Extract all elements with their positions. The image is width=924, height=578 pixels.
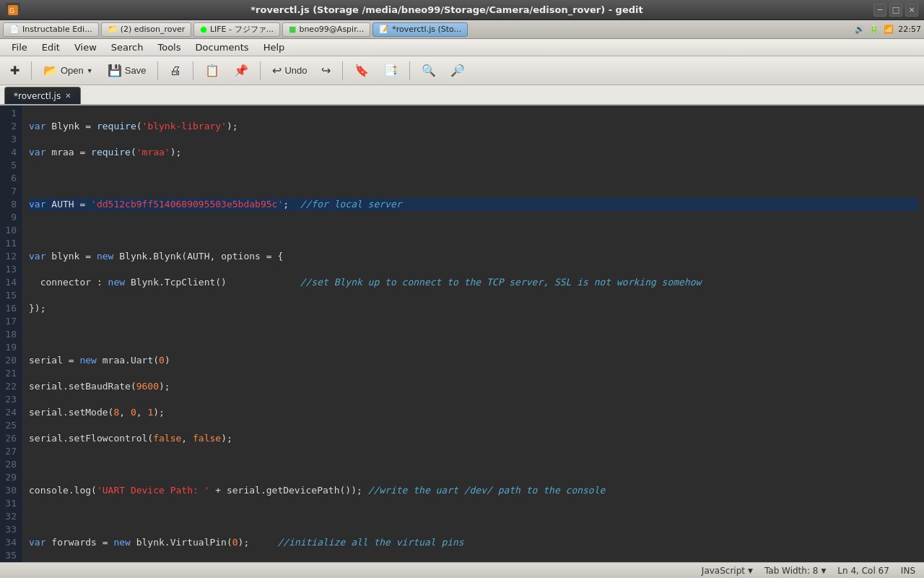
line-10: serial = new mraa.Uart(0) [29, 354, 918, 367]
bookmark2-button[interactable]: 📑 [378, 61, 404, 80]
menu-edit[interactable]: Edit [35, 40, 67, 54]
task-favicon-4: 📝 [379, 25, 389, 34]
position-label: Ln 4, Col 67 [837, 566, 889, 576]
bookmark2-icon: 📑 [383, 64, 398, 77]
tab-width-label: Tab Width: 8 [764, 566, 818, 576]
ins-mode-label: INS [901, 566, 915, 576]
taskbar-item-2[interactable]: ● LIFE - フジファ... [193, 22, 280, 37]
taskbar-item-3[interactable]: ■ bneo99@Aspir... [282, 22, 370, 37]
save-icon: 💾 [108, 64, 122, 77]
battery-icon: 🔋 [869, 25, 879, 34]
open-dropdown-icon: ▼ [87, 67, 93, 74]
titlebar: G *roverctl.js (Storage /media/bneo99/St… [0, 0, 924, 20]
menu-search[interactable]: Search [104, 40, 151, 54]
search2-button[interactable]: 🔎 [445, 61, 471, 80]
line-17: var forwards = new blynk.VirtualPin(0); … [29, 536, 918, 549]
print-button[interactable]: 🖨 [164, 61, 187, 80]
bookmark-icon: 🔖 [354, 64, 369, 77]
new-button[interactable]: ✚ [4, 61, 25, 80]
status-tab-width[interactable]: Tab Width: 8 ▼ [764, 566, 826, 576]
print-icon: 🖨 [170, 64, 181, 77]
status-ins-mode: INS [901, 566, 915, 576]
menubar: File Edit View Search Tools Documents He… [0, 39, 924, 56]
line-11: serial.setBaudRate(9600); [29, 380, 918, 393]
toolbar-separator-4 [260, 61, 261, 80]
undo-button[interactable]: ↩ Undo [266, 61, 313, 80]
status-language[interactable]: JavaScript ▼ [702, 566, 753, 576]
app-icon: G [6, 3, 20, 17]
network-icon: 📶 [884, 25, 894, 34]
task-favicon-3: ■ [289, 25, 296, 34]
tab-label: *roverctl.js [14, 91, 61, 101]
line-3 [29, 172, 918, 185]
task-label-3: bneo99@Aspir... [299, 25, 364, 34]
paste-icon: 📌 [234, 64, 248, 77]
search-button[interactable]: 🔍 [416, 61, 442, 80]
toolbar: ✚ 📂 Open ▼ 💾 Save 🖨 📋 📌 ↩ Undo ↪ 🔖 📑 🔍 🔎 [0, 56, 924, 85]
titlebar-controls: − □ × [873, 4, 918, 17]
open-button[interactable]: 📂 Open ▼ [38, 61, 99, 80]
line-numbers: 12345 678910 1112131415 1617181920 21222… [0, 105, 23, 562]
editor-container: 12345 678910 1112131415 1617181920 21222… [0, 105, 924, 562]
titlebar-left: G [6, 3, 20, 17]
tab-width-dropdown-icon: ▼ [821, 567, 826, 574]
status-position: Ln 4, Col 67 [837, 566, 889, 576]
line-12: serial.setMode(8, 0, 1); [29, 406, 918, 419]
line-1: var Blynk = require('blynk-library'); [29, 120, 918, 133]
menu-view[interactable]: View [67, 40, 104, 54]
tab-roverctl[interactable]: *roverctl.js ✕ [4, 87, 81, 104]
task-favicon-2: ● [200, 25, 207, 34]
svg-text:G: G [9, 7, 14, 14]
save-button[interactable]: 💾 Save [102, 61, 152, 80]
toolbar-separator-3 [193, 61, 193, 80]
time-display: 22:57 [898, 25, 921, 34]
line-4: var AUTH = 'dd512cb9ff5140689095503e5bda… [29, 198, 918, 211]
line-7: connector : new Blynk.TcpClient() //set … [29, 276, 918, 289]
volume-icon: 🔊 [855, 25, 865, 34]
line-2: var mraa = require('mraa'); [29, 146, 918, 159]
code-area[interactable]: var Blynk = require('blynk-library'); va… [23, 105, 924, 562]
copy-icon: 📋 [205, 64, 219, 77]
line-14 [29, 458, 918, 471]
taskbar-item-4[interactable]: 📝 *roverctl.js (Sto... [372, 22, 468, 37]
task-label-0: Instructable Edi... [22, 25, 92, 34]
menu-help[interactable]: Help [256, 40, 292, 54]
language-label: JavaScript [702, 566, 745, 576]
paste-button[interactable]: 📌 [228, 61, 254, 80]
toolbar-separator-2 [157, 61, 158, 80]
undo-icon: ↩ [272, 64, 282, 77]
save-label: Save [125, 65, 147, 76]
menu-documents[interactable]: Documents [188, 40, 256, 54]
line-9 [29, 328, 918, 341]
toolbar-separator-6 [409, 61, 410, 80]
maximize-button[interactable]: □ [889, 4, 902, 17]
line-8: }); [29, 302, 918, 315]
toolbar-separator-1 [31, 61, 32, 80]
open-icon: 📂 [43, 64, 58, 77]
taskbar-item-1[interactable]: 📁 (2) edison_rover [101, 22, 192, 37]
line-15: console.log('UART Device Path: ' + seria… [29, 484, 918, 497]
bookmark-button[interactable]: 🔖 [349, 61, 375, 80]
copy-button[interactable]: 📋 [199, 61, 225, 80]
titlebar-title: *roverctl.js (Storage /media/bneo99/Stor… [20, 4, 873, 15]
line-5 [29, 224, 918, 237]
task-label-1: (2) edison_rover [121, 25, 186, 34]
language-dropdown-icon: ▼ [748, 567, 753, 574]
search-icon: 🔍 [422, 64, 436, 77]
line-16 [29, 510, 918, 523]
statusbar: JavaScript ▼ Tab Width: 8 ▼ Ln 4, Col 67… [0, 562, 924, 578]
tab-close-icon[interactable]: ✕ [65, 92, 71, 100]
redo-icon: ↪ [321, 64, 331, 77]
toolbar-separator-5 [342, 61, 343, 80]
close-button[interactable]: × [905, 4, 918, 17]
taskbar-item-0[interactable]: 📄 Instructable Edi... [3, 22, 99, 37]
undo-label: Undo [284, 65, 307, 76]
menu-file[interactable]: File [4, 40, 35, 54]
minimize-button[interactable]: − [873, 4, 886, 17]
redo-button[interactable]: ↪ [315, 61, 336, 80]
search2-icon: 🔎 [450, 64, 465, 77]
tabbar: *roverctl.js ✕ [0, 85, 924, 105]
menu-tools[interactable]: Tools [150, 40, 188, 54]
task-favicon-0: 📄 [9, 25, 19, 34]
taskbar: 📄 Instructable Edi... 📁 (2) edison_rover… [0, 20, 924, 39]
